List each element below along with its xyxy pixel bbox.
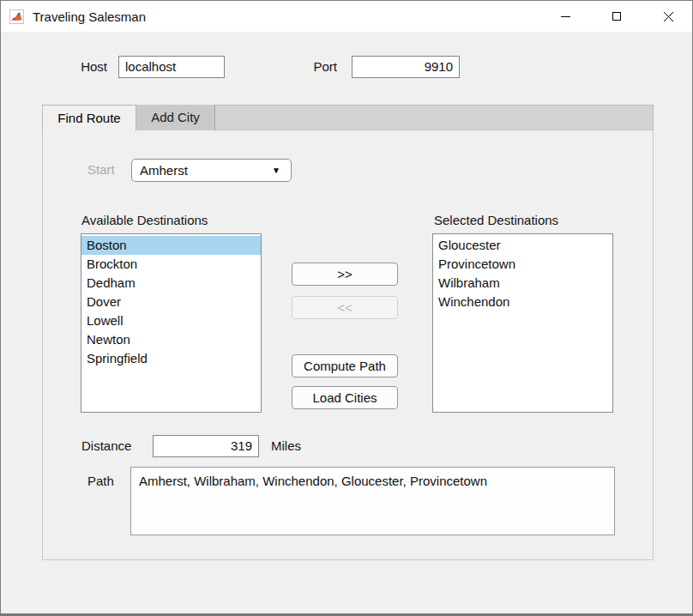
move-to-selected-button[interactable]: >> [292,263,398,286]
port-input[interactable]: 9910 [352,56,460,78]
close-button[interactable] [648,1,688,32]
window-title: Traveling Salesman [33,1,146,33]
close-icon [663,11,674,22]
start-dropdown-value: Amherst [140,163,188,178]
start-dropdown[interactable]: Amherst ▼ [131,159,292,182]
list-item[interactable]: Gloucester [433,236,612,255]
move-to-available-button[interactable]: << [292,296,398,319]
compute-path-button[interactable]: Compute Path [292,354,398,377]
available-destinations-label: Available Destinations [81,209,208,232]
titlebar: Traveling Salesman [1,1,692,33]
list-item[interactable]: Wilbraham [433,274,612,293]
start-label: Start [87,159,115,181]
path-textarea[interactable]: Amherst, Wilbraham, Winchendon, Gloucest… [130,467,615,535]
list-item[interactable]: Brockton [81,255,261,274]
list-item[interactable]: Winchendon [433,293,612,311]
minimize-button[interactable] [545,1,585,32]
available-destinations-listbox[interactable]: BostonBrocktonDedhamDoverLowellNewtonSpr… [81,233,262,413]
matlab-app-icon [9,9,24,24]
load-cities-button[interactable]: Load Cities [292,386,398,409]
path-label: Path [87,470,114,492]
port-label: Port [289,56,337,78]
list-item[interactable]: Provincetown [433,255,612,274]
list-item[interactable]: Lowell [81,311,261,330]
distance-unit-label: Miles [271,435,301,457]
maximize-button[interactable] [597,1,636,32]
distance-label: Distance [81,435,131,457]
host-label: Host [49,56,107,78]
minimize-icon [561,16,570,17]
selected-destinations-listbox[interactable]: GloucesterProvincetownWilbrahamWinchendo… [432,233,613,413]
chevron-down-icon: ▼ [272,160,280,181]
host-input[interactable]: localhost [118,56,225,78]
list-item[interactable]: Boston [81,236,261,255]
list-item[interactable]: Dover [81,293,261,311]
list-item[interactable]: Newton [81,330,261,349]
tab-add-city[interactable]: Add City [136,105,215,130]
app-window: Traveling Salesman Host localhost Port 9… [0,0,693,616]
tab-find-route[interactable]: Find Route [42,105,136,131]
list-item[interactable]: Springfield [81,349,261,368]
distance-field[interactable]: 319 [153,435,259,457]
selected-destinations-label: Selected Destinations [434,209,558,232]
list-item[interactable]: Dedham [81,274,261,293]
maximize-icon [612,12,621,21]
